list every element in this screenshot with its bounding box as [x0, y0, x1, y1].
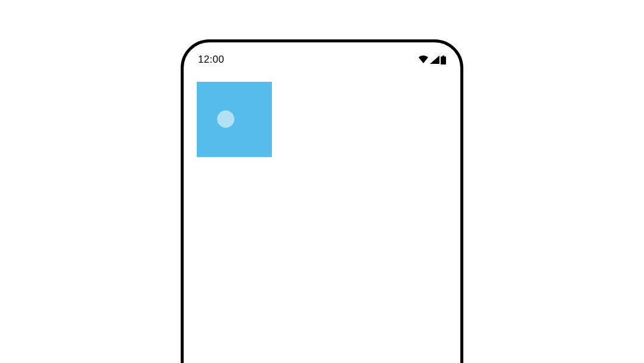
content-area [184, 69, 460, 170]
status-bar-icons [418, 56, 446, 64]
status-bar-time: 12:00 [198, 54, 224, 66]
device-frame: 12:00 [181, 39, 463, 363]
wifi-icon [418, 56, 429, 64]
svg-rect-0 [441, 56, 446, 64]
touch-ripple-indicator [217, 110, 234, 128]
svg-rect-1 [442, 56, 444, 57]
draggable-square[interactable] [197, 82, 272, 157]
status-bar: 12:00 [184, 42, 460, 69]
cellular-signal-icon [430, 56, 439, 64]
battery-icon [441, 56, 446, 64]
